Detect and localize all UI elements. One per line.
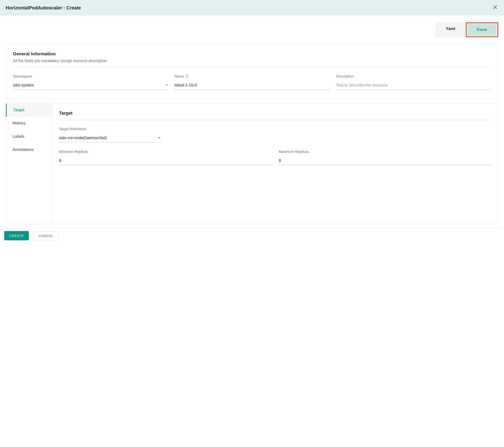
name-label-text: Name	[175, 74, 184, 78]
min-replicas-input[interactable]	[59, 156, 272, 165]
max-replicas-input[interactable]	[279, 156, 492, 165]
general-information-card: General Information All the fields are m…	[6, 44, 498, 98]
tab-form-highlight: Form	[466, 22, 499, 37]
sidenav-item-annotations[interactable]: Annotations	[6, 143, 53, 156]
view-mode-tabs: Yaml Form	[0, 16, 504, 37]
description-label: Description	[336, 74, 491, 78]
sidenav-item-target[interactable]: Target	[6, 103, 53, 117]
info-icon[interactable]: i	[185, 75, 189, 78]
name-field: Name i	[175, 74, 329, 90]
target-panel: Target Target Reference istio-cni-node(D…	[53, 103, 498, 224]
target-reference-select[interactable]: istio-cni-node(DaemonSet)	[59, 134, 161, 143]
chevron-down-icon	[158, 137, 161, 139]
close-button[interactable]	[492, 4, 498, 11]
create-button[interactable]: CREATE	[4, 231, 29, 240]
section-description: All the fields are mandatory, except res…	[13, 59, 491, 63]
sidenav: Target Metrics Labels Annotations	[6, 103, 53, 224]
panel-title: Target	[59, 111, 492, 120]
max-replicas-field: Maximum Replicas	[279, 149, 492, 165]
max-replicas-label: Maximum Replicas	[279, 149, 492, 154]
chevron-down-icon	[165, 85, 168, 86]
target-reference-value: istio-cni-node(DaemonSet)	[59, 136, 107, 140]
sidenav-item-labels[interactable]: Labels	[6, 130, 53, 143]
name-input[interactable]	[175, 81, 329, 90]
namespace-value: istio-system	[13, 83, 34, 88]
page-title: HorizontalPodAutoscaler : Create	[6, 5, 81, 11]
dialog-header: HorizontalPodAutoscaler : Create	[0, 0, 504, 16]
namespace-select[interactable]: istio-system	[13, 81, 168, 90]
target-reference-field: Target Reference istio-cni-node(DaemonSe…	[59, 127, 161, 143]
description-field: Description	[336, 74, 491, 90]
namespace-label: Namespace	[13, 74, 168, 78]
tab-yaml[interactable]: Yaml	[435, 22, 466, 37]
target-reference-label: Target Reference	[59, 127, 161, 131]
name-label: Name i	[175, 74, 329, 78]
content-area: Target Metrics Labels Annotations Target…	[6, 103, 498, 224]
tab-form[interactable]: Form	[468, 24, 497, 36]
cancel-button[interactable]: CANCEL	[34, 231, 58, 240]
namespace-field: Namespace istio-system	[13, 74, 168, 90]
section-title: General Information	[13, 51, 491, 56]
close-icon	[493, 5, 497, 9]
divider	[13, 67, 491, 68]
description-input[interactable]	[336, 81, 491, 90]
min-replicas-field: Minimum Replicas	[59, 149, 272, 165]
sidenav-item-metrics[interactable]: Metrics	[6, 117, 53, 130]
min-replicas-label: Minimum Replicas	[59, 149, 272, 154]
footer: CREATE CANCEL	[0, 227, 504, 243]
